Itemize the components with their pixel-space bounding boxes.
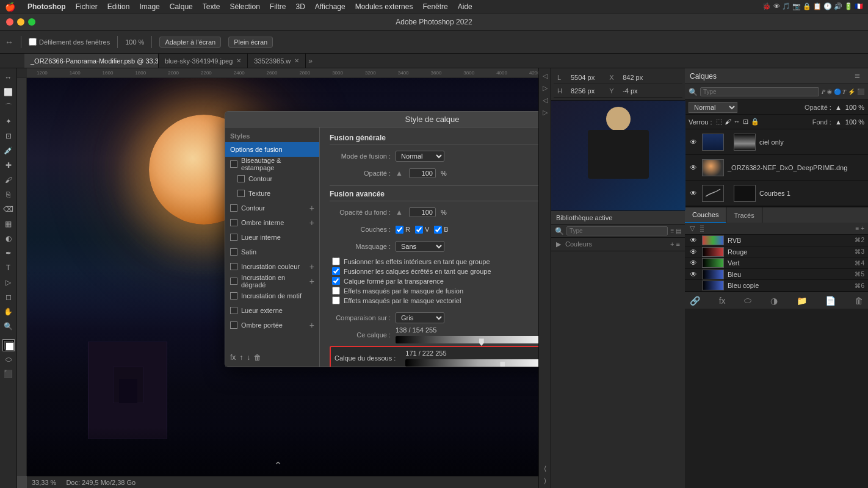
menu-modules[interactable]: Modules externes [350,2,418,11]
effets-masque-vecteur-checkbox[interactable] [332,296,340,304]
menu-edition[interactable]: Edition [103,2,135,11]
channel-vert[interactable]: 👁 Vert ⌘4 [685,257,868,269]
arrow-up-icon[interactable]: ⌃ [273,459,283,473]
ombre-interne-checkbox[interactable] [230,219,237,226]
tool-eraser[interactable]: ⌫ [2,203,15,216]
satin-checkbox[interactable] [230,248,237,256]
defilement-checkbox[interactable] [29,38,37,46]
tab-panorama[interactable]: _ORZ6366-Panorama-Modifier.psb @ 33,3% (… [24,54,159,68]
couche-b-checkbox[interactable] [434,226,442,234]
mini-icon-1[interactable]: ◁ [540,71,550,81]
tab-bluesky[interactable]: blue-sky-3641949.jpeg ✕ [159,54,248,68]
menu-fichier[interactable]: Fichier [71,2,103,11]
tool-move[interactable]: ↔ [2,71,15,84]
mini-icon-3[interactable]: ◁ [540,95,550,105]
menu-affichage[interactable]: Affichage [310,2,350,11]
layer-vis-ciel[interactable]: 👁 [689,137,698,147]
ch-columns-icon[interactable]: ⣿ [698,224,706,232]
tool-crop[interactable]: ⊡ [2,129,15,143]
tool-eyedropper[interactable]: 💉 [2,144,15,157]
tool-heal[interactable]: ✚ [2,159,15,172]
incrustation-degrade-plus[interactable]: + [309,276,314,286]
channel-bleu-copie[interactable]: Bleu copie ⌘6 [685,280,868,292]
mini-icon-5[interactable]: ⟨ [540,464,550,473]
tab-close-33523985[interactable]: ✕ [294,57,299,64]
style-incrustation-degrade[interactable]: Incrustation en dégradé + [225,274,319,289]
tool-zoom[interactable]: 🔍 [2,320,15,333]
tool-screen-mode[interactable]: ⬛ [2,367,15,381]
new-group-icon[interactable]: 📁 [797,296,807,306]
tabs-overflow[interactable]: » [308,57,313,65]
ch-vis-bleu[interactable]: 👁 [689,270,698,279]
lock-artboard-icon[interactable]: ⊡ [743,118,748,126]
style-biseautage[interactable]: Biseautage & estampage [225,157,319,171]
contour-plus-icon[interactable]: + [309,203,314,213]
library-add-icon[interactable]: + ≡ [670,240,680,248]
maximize-button[interactable] [28,18,35,26]
calque-dessous-handle-left[interactable] [500,362,505,367]
texture-checkbox[interactable] [237,190,245,197]
style-texture[interactable]: Texture [225,186,319,201]
style-ombre-interne[interactable]: Ombre interne + [225,215,319,230]
foreground-color[interactable] [2,339,15,351]
contour-sub-checkbox[interactable] [237,175,245,182]
ombre-portee-checkbox[interactable] [230,321,237,329]
move-up-icon[interactable]: ↑ [239,353,243,362]
add-style-icon[interactable]: fx [719,296,726,306]
layer-ciel-only[interactable]: 👁 ciel only [685,129,868,155]
style-options-fusion[interactable]: Options de fusion [225,142,319,157]
fusionner-effets-checkbox[interactable] [332,257,340,265]
ch-filter-icon[interactable]: ▽ [689,224,696,232]
tool-hand[interactable]: ✋ [2,305,15,318]
style-lueur-externe[interactable]: Lueur externe [225,303,319,318]
biseautage-checkbox[interactable] [230,160,237,168]
tool-brush[interactable]: 🖌 [2,173,15,187]
effets-masque-fusion-checkbox[interactable] [332,287,340,295]
channel-bleu[interactable]: 👁 Bleu ⌘5 [685,269,868,281]
menu-selection[interactable]: Sélection [225,2,264,11]
close-button[interactable] [6,18,13,26]
calque-dessous-gradient[interactable] [405,359,538,367]
lock-transparent-icon[interactable]: ⬚ [716,118,722,126]
blend-mode-select[interactable]: Normal [689,102,737,113]
adapter-ecran-button[interactable]: Adapter à l'écran [159,37,221,48]
layer-courbes[interactable]: 👁 Courbes 1 [685,181,868,206]
tool-clone[interactable]: ⎘ [2,188,15,201]
link-layers-icon[interactable]: 🔗 [690,296,700,306]
tool-text[interactable]: T [2,261,15,274]
delete-layer-icon[interactable]: 🗑 [855,296,863,306]
channel-rouge[interactable]: 👁 Rouge ⌘3 [685,246,868,258]
style-ombre-portee[interactable]: Ombre portée + [225,318,319,332]
tool-gradient[interactable]: ▦ [2,217,15,231]
new-layer-icon[interactable]: 📄 [825,296,836,306]
menu-calque[interactable]: Calque [165,2,198,11]
couche-r-checkbox[interactable] [396,226,403,234]
menu-aide[interactable]: Aide [453,2,477,11]
apple-logo[interactable]: 🍎 [5,2,15,12]
calques-menu-icon[interactable]: ☰ [851,70,863,82]
lueur-externe-checkbox[interactable] [230,307,237,314]
ch-vis-rvb[interactable]: 👁 [689,235,698,245]
style-contour[interactable]: Contour + [225,201,319,215]
plein-ecran-button[interactable]: Plein écran [228,37,273,48]
menu-image[interactable]: Image [134,2,164,11]
fusionner-calques-checkbox[interactable] [332,267,340,275]
lock-move-icon[interactable]: ↔ [734,118,740,126]
move-down-icon[interactable]: ↓ [247,353,250,362]
layer-orz6382[interactable]: 👁 _ORZ6382-NEF_DxO_DeepPRIME.dng [685,155,868,181]
menu-filtre[interactable]: Filtre [265,2,291,11]
tool-shape[interactable]: ◻ [2,290,15,304]
opacite-input[interactable] [409,168,436,178]
tab-couches[interactable]: Couches [685,207,726,223]
menu-texte[interactable]: Texte [198,2,225,11]
tool-magic-wand[interactable]: ✦ [2,115,15,128]
style-satin[interactable]: Satin [225,245,319,259]
lueur-interne-checkbox[interactable] [230,234,237,241]
tab-traces[interactable]: Tracés [726,207,762,223]
new-fill-icon[interactable]: ◑ [770,296,778,306]
ch-vis-vert[interactable]: 👁 [689,258,698,268]
masquage-select[interactable]: Sans [396,241,444,252]
ombre-interne-plus[interactable]: + [309,218,314,228]
incrustation-degrade-checkbox[interactable] [230,278,237,285]
layer-vis-courbes[interactable]: 👁 [689,188,698,198]
